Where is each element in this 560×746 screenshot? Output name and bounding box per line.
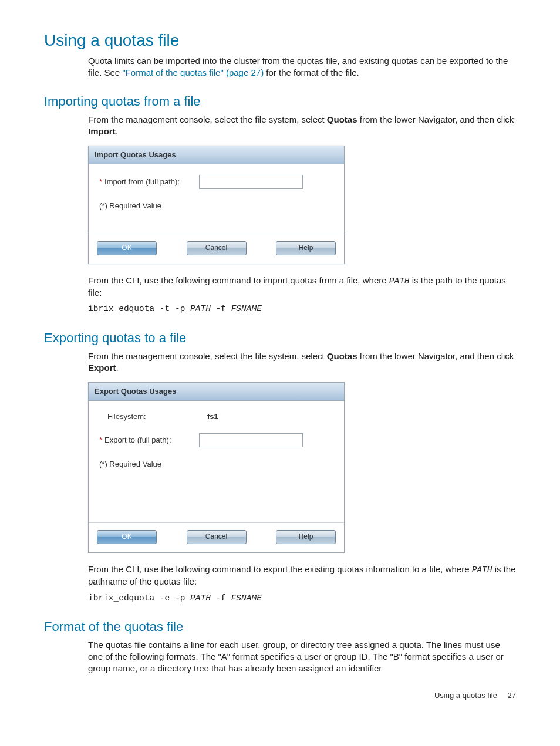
help-button[interactable]: Help bbox=[276, 241, 336, 255]
required-asterisk-icon: * bbox=[99, 177, 102, 186]
cmd-text: -f bbox=[211, 304, 231, 313]
format-xref-link[interactable]: "Format of the quotas file" (page 27) bbox=[122, 67, 264, 77]
heading-format: Format of the quotas file bbox=[44, 618, 516, 636]
cmd-var: PATH bbox=[190, 304, 211, 313]
export-to-input[interactable] bbox=[199, 433, 303, 447]
cancel-button[interactable]: Cancel bbox=[187, 241, 247, 255]
text: from the lower Navigator, and then click bbox=[357, 114, 514, 124]
text: From the CLI, use the following command … bbox=[88, 275, 389, 285]
cmd-text: -f bbox=[211, 593, 231, 603]
import-label: Import bbox=[88, 126, 116, 136]
page-footer: Using a quotas file 27 bbox=[44, 690, 516, 701]
export-command: ibrix_edquota -e -p PATH -f FSNAME bbox=[88, 593, 516, 605]
intro-text-post: for the format of the file. bbox=[264, 67, 359, 77]
path-var: PATH bbox=[472, 565, 492, 575]
ok-button[interactable]: OK bbox=[97, 530, 157, 544]
filesystem-value: fs1 bbox=[207, 411, 218, 422]
import-from-label: *Import from (full path): bbox=[99, 177, 199, 187]
cmd-var: FSNAME bbox=[231, 304, 262, 313]
label-text: Import from (full path): bbox=[104, 177, 180, 186]
label-text: Export to (full path): bbox=[104, 436, 171, 444]
footer-text: Using a quotas file bbox=[434, 691, 497, 700]
cmd-text: ibrix_edquota -e -p bbox=[88, 593, 190, 603]
import-paragraph: From the management console, select the … bbox=[88, 114, 516, 138]
import-command: ibrix_edquota -t -p PATH -f FSNAME bbox=[88, 303, 516, 315]
required-value-note: (*) Required Value bbox=[99, 201, 333, 211]
help-button[interactable]: Help bbox=[276, 530, 336, 544]
cancel-button[interactable]: Cancel bbox=[187, 530, 247, 544]
import-from-input[interactable] bbox=[199, 175, 303, 189]
import-quotas-dialog: Import Quotas Usages *Import from (full … bbox=[88, 146, 345, 264]
heading-exporting: Exporting quotas to a file bbox=[44, 329, 516, 347]
text: . bbox=[116, 363, 119, 373]
dialog-footer: OK Cancel Help bbox=[89, 522, 344, 552]
dialog-title: Export Quotas Usages bbox=[89, 383, 344, 401]
filesystem-label: Filesystem: bbox=[99, 411, 207, 422]
ok-button[interactable]: OK bbox=[97, 241, 157, 255]
intro-paragraph: Quota limits can be imported into the cl… bbox=[88, 55, 516, 79]
page-title: Using a quotas file bbox=[44, 29, 516, 52]
text: From the CLI, use the following command … bbox=[88, 564, 472, 574]
export-cli-paragraph: From the CLI, use the following command … bbox=[88, 563, 516, 588]
text: . bbox=[116, 126, 118, 136]
quotas-label: Quotas bbox=[327, 114, 357, 124]
export-to-label: *Export to (full path): bbox=[99, 435, 199, 445]
required-value-note: (*) Required Value bbox=[99, 459, 333, 470]
dialog-title: Import Quotas Usages bbox=[89, 146, 344, 164]
export-quotas-dialog: Export Quotas Usages Filesystem: fs1 *Ex… bbox=[88, 382, 345, 553]
path-var: PATH bbox=[389, 276, 410, 286]
cmd-text: ibrix_edquota -t -p bbox=[88, 304, 190, 313]
export-paragraph: From the management console, select the … bbox=[88, 350, 516, 374]
cmd-var: FSNAME bbox=[231, 593, 262, 603]
heading-importing: Importing quotas from a file bbox=[44, 93, 516, 110]
quotas-label: Quotas bbox=[327, 351, 357, 361]
text: from the lower Navigator, and then click bbox=[357, 351, 514, 361]
page-number: 27 bbox=[508, 691, 516, 700]
cmd-var: PATH bbox=[190, 593, 211, 603]
import-cli-paragraph: From the CLI, use the following command … bbox=[88, 275, 516, 299]
text: From the management console, select the … bbox=[88, 351, 327, 361]
format-paragraph: The quotas file contains a line for each… bbox=[88, 639, 516, 675]
export-label: Export bbox=[88, 363, 116, 373]
text: From the management console, select the … bbox=[88, 114, 327, 124]
required-asterisk-icon: * bbox=[99, 436, 102, 444]
dialog-footer: OK Cancel Help bbox=[89, 234, 344, 264]
